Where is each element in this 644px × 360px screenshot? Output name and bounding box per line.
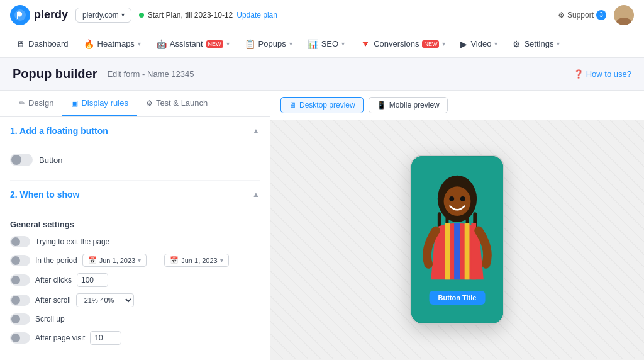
how-to-label: How to use?	[586, 69, 631, 79]
svg-rect-13	[454, 223, 460, 280]
conversions-chevron-icon: ▾	[442, 40, 445, 47]
desktop-preview-button[interactable]: 🖥 Desktop preview	[280, 97, 364, 113]
tab-display-rules[interactable]: ▣ Display rules	[62, 91, 136, 116]
how-to-link[interactable]: ❓ How to use?	[574, 69, 631, 79]
domain-selector[interactable]: plerdy.com ▾	[75, 8, 131, 23]
button-title-text: Button Title	[438, 294, 477, 301]
conversions-new-badge: NEW	[422, 40, 439, 48]
phone-image: Button Title	[411, 156, 503, 323]
scrollup-toggle[interactable]	[10, 313, 30, 325]
update-plan-link[interactable]: Update plan	[236, 11, 277, 20]
button-title-badge: Button Title	[430, 291, 486, 305]
scroll-label: After scroll	[35, 296, 71, 305]
svg-point-10	[449, 196, 454, 201]
mobile-icon: 📱	[377, 101, 386, 110]
seo-chevron-icon: ▾	[341, 40, 345, 47]
tab-test-launch-label: Test & Launch	[156, 98, 208, 108]
nav-label-dashboard: Dashboard	[28, 39, 69, 48]
button-toggle[interactable]	[10, 154, 33, 166]
period-label: In the period	[35, 256, 77, 265]
when-to-show-title: 2. When to show	[10, 189, 79, 200]
tab-design[interactable]: ✏ Design	[10, 91, 62, 116]
nav-item-conversions[interactable]: 🔻 Conversions NEW ▾	[353, 35, 452, 53]
svg-rect-12	[445, 223, 450, 280]
video-chevron-icon: ▾	[494, 40, 497, 47]
exit-setting-row: Trying to exit the page	[10, 233, 260, 250]
assistant-new-badge: NEW	[206, 40, 223, 48]
page-visit-toggle[interactable]	[10, 332, 30, 344]
preview-area: Button Title	[270, 120, 644, 359]
nav-label-assistant: Assistant	[170, 39, 203, 48]
support-label: Support	[567, 11, 594, 20]
logo-text: plerdy	[34, 8, 68, 21]
video-icon: ▶	[460, 39, 467, 49]
avatar[interactable]	[614, 5, 634, 25]
nav-label-settings: Settings	[524, 39, 553, 48]
clicks-input[interactable]	[77, 273, 108, 287]
logo: plerdy	[10, 5, 68, 25]
nav-item-seo[interactable]: 📊 SEO ▾	[301, 35, 351, 53]
floating-button-section-body: Button	[0, 145, 270, 180]
support-count-badge: 3	[596, 10, 606, 20]
date-from-picker[interactable]: 📅 Jun 1, 2023 ▾	[82, 254, 147, 267]
nav-item-heatmaps[interactable]: 🔥 Heatmaps ▾	[77, 35, 147, 53]
period-toggle[interactable]	[10, 255, 30, 266]
scrollup-label: Scroll up	[35, 315, 65, 323]
mobile-preview-button[interactable]: 📱 Mobile preview	[369, 97, 448, 113]
desktop-preview-label: Desktop preview	[299, 101, 355, 110]
nav-label-video: Video	[470, 39, 491, 48]
nav-item-settings[interactable]: ⚙ Settings ▾	[506, 35, 566, 53]
topbar: plerdy plerdy.com ▾ Start Plan, till 202…	[0, 0, 644, 30]
nav-item-dashboard[interactable]: 🖥 Dashboard	[10, 35, 75, 53]
nav-item-assistant[interactable]: 🤖 Assistant NEW ▾	[150, 35, 236, 53]
tab-display-rules-label: Display rules	[81, 98, 128, 108]
breadcrumb: Edit form - Name 12345	[107, 69, 194, 79]
floating-button-section-header[interactable]: 1. Add a floating button ▲	[0, 117, 270, 145]
scroll-toggle[interactable]	[10, 295, 30, 306]
page-visit-label: After page visit	[35, 334, 85, 342]
assistant-icon: 🤖	[156, 39, 167, 49]
date-to-chevron-icon: ▾	[220, 257, 223, 264]
seo-icon: 📊	[308, 39, 318, 49]
settings-chevron-icon: ▾	[557, 40, 560, 47]
tab-test-launch[interactable]: ⚙ Test & Launch	[137, 91, 216, 116]
scroll-setting-row: After scroll 21%-40% 0%-20% 41%-60% 61%-…	[10, 290, 260, 310]
desktop-icon: 🖥	[289, 101, 296, 110]
page-visit-setting-row: After page visit	[10, 328, 260, 348]
settings-icon: ⚙	[513, 39, 521, 49]
clicks-toggle[interactable]	[10, 274, 30, 286]
calendar-to-icon: 📅	[170, 256, 179, 264]
heatmaps-icon: 🔥	[84, 39, 94, 49]
nav-item-video[interactable]: ▶ Video ▾	[454, 35, 504, 53]
navbar: 🖥 Dashboard 🔥 Heatmaps ▾ 🤖 Assistant NEW…	[0, 30, 644, 58]
date-from-chevron-icon: ▾	[138, 257, 141, 264]
dashboard-icon: 🖥	[16, 39, 25, 49]
nav-label-seo: SEO	[321, 39, 338, 48]
svg-point-1	[619, 8, 628, 17]
popups-icon: 📋	[245, 39, 255, 49]
pencil-icon: ✏	[19, 99, 25, 108]
when-to-show-chevron-icon: ▲	[252, 190, 260, 199]
when-to-show-section-header[interactable]: 2. When to show ▲	[0, 181, 270, 208]
assistant-chevron-icon: ▾	[226, 40, 230, 47]
preview-toolbar: 🖥 Desktop preview 📱 Mobile preview	[270, 91, 644, 120]
plan-badge: Start Plan, till 2023-10-12 Update plan	[139, 11, 277, 20]
tab-design-label: Design	[28, 98, 53, 108]
page-visit-input[interactable]	[90, 331, 121, 345]
nav-item-popups[interactable]: 📋 Popups ▾	[238, 35, 299, 53]
button-toggle-row: Button	[10, 150, 260, 170]
when-to-show-section-body: General settings Trying to exit the page…	[0, 208, 270, 358]
nav-label-popups: Popups	[258, 39, 286, 48]
page-header: Popup builder Edit form - Name 12345 ❓ H…	[0, 58, 644, 91]
floating-button-chevron-icon: ▲	[252, 127, 260, 135]
support-button[interactable]: ⚙ Support 3	[558, 10, 606, 20]
exit-toggle[interactable]	[10, 236, 30, 247]
heatmaps-chevron-icon: ▾	[138, 40, 141, 47]
date-to-picker[interactable]: 📅 Jun 1, 2023 ▾	[164, 254, 229, 267]
display-rules-icon: ▣	[71, 99, 78, 108]
plan-dot-icon	[139, 13, 144, 18]
scroll-select[interactable]: 21%-40% 0%-20% 41%-60% 61%-80% 81%-100%	[76, 293, 134, 307]
svg-point-9	[444, 186, 471, 216]
period-setting-row: In the period 📅 Jun 1, 2023 ▾ — 📅 Jun 1,…	[10, 250, 260, 270]
left-panel: ✏ Design ▣ Display rules ⚙ Test & Launch…	[0, 91, 270, 360]
